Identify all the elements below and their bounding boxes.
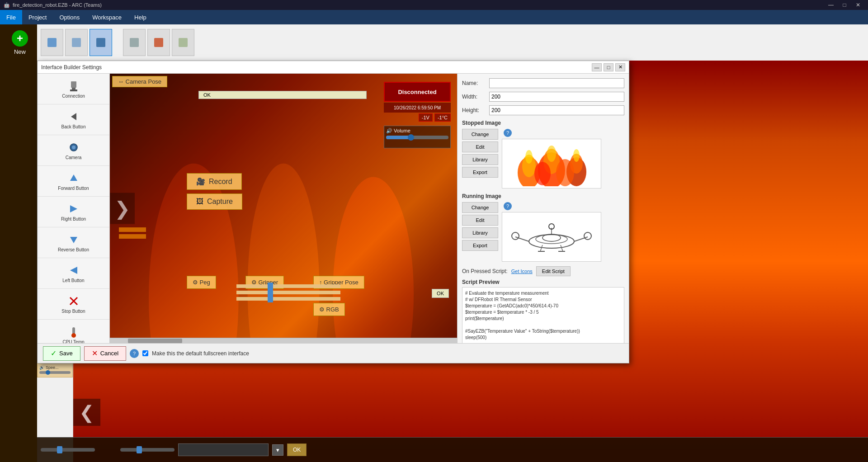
- canvas-area[interactable]: ↔ Camera Pose OK Disconnected 10/26/2022…: [110, 74, 457, 343]
- dialog-title: Interface Builder Settings: [41, 64, 102, 71]
- stopped-image-label: Stopped Image: [462, 120, 624, 126]
- canvas-nav-arrow[interactable]: ❯: [110, 193, 135, 224]
- name-input[interactable]: [489, 78, 624, 88]
- capture-button[interactable]: 🖼 Capture: [187, 193, 242, 210]
- panel-reverse[interactable]: Reverse Button: [38, 227, 109, 258]
- canvas-ok2-button[interactable]: OK: [432, 289, 449, 298]
- default-fullscreen-checkbox[interactable]: [142, 350, 148, 356]
- gripper-slider-3[interactable]: [236, 297, 340, 301]
- panel-stop[interactable]: Stop Button: [38, 289, 109, 320]
- panel-connection[interactable]: Connection: [38, 74, 109, 104]
- toolbar-icon-3[interactable]: [90, 29, 112, 56]
- toolbar-icon-1[interactable]: [41, 29, 63, 56]
- bottom-slider-2[interactable]: [120, 448, 175, 452]
- cancel-x-icon: ✕: [92, 349, 98, 358]
- checkbox-row: ? Make this the default fullscreen inter…: [130, 349, 249, 358]
- panel-right-icon: [67, 203, 80, 215]
- dialog-title-controls: — □ ✕: [592, 63, 625, 71]
- scroll-thumb[interactable]: [128, 339, 182, 343]
- toolbar-icon-2[interactable]: [65, 29, 88, 56]
- peg-button[interactable]: ⚙ Peg: [187, 276, 216, 289]
- panel-camera[interactable]: Camera: [38, 135, 109, 166]
- running-library-btn[interactable]: Library: [462, 227, 498, 238]
- new-button[interactable]: + New: [5, 24, 35, 61]
- stopped-image-buttons: Change Edit Library Export: [462, 129, 498, 189]
- app-icon: 🤖: [4, 2, 10, 8]
- gripper-slider-1[interactable]: [236, 284, 340, 288]
- maximize-button[interactable]: □: [838, 1, 851, 9]
- stopped-export-btn[interactable]: Export: [462, 167, 498, 178]
- record-button[interactable]: 🎥 Record: [187, 173, 242, 190]
- bottom-text-input[interactable]: [178, 443, 269, 456]
- title-bar: 🤖 fire_detection_robot.EZB - ARC (Teams)…: [0, 0, 868, 10]
- stopped-library-btn[interactable]: Library: [462, 154, 498, 165]
- volume-thumb[interactable]: [408, 134, 414, 141]
- panel-back[interactable]: Back Button: [38, 104, 109, 135]
- get-icons-link[interactable]: Get Icons: [511, 269, 533, 274]
- camera-pose-button[interactable]: ↔ Camera Pose: [112, 76, 167, 87]
- stopped-edit-btn[interactable]: Edit: [462, 141, 498, 152]
- dialog-close-btn[interactable]: ✕: [615, 63, 625, 71]
- datetime-value: 10/26/2022 6:59:50 PM: [394, 105, 441, 110]
- running-info-icon[interactable]: ?: [504, 202, 512, 210]
- svg-point-50: [536, 235, 567, 244]
- gripper-sliders: [236, 284, 340, 303]
- info-circle-icon[interactable]: ?: [130, 349, 139, 358]
- svg-rect-21: [72, 88, 75, 90]
- height-input[interactable]: [489, 105, 624, 115]
- toolbar-icon-4[interactable]: [123, 29, 146, 56]
- name-row: Name:: [462, 78, 624, 88]
- edit-script-button[interactable]: Edit Script: [536, 266, 571, 276]
- bottom-thumb-2[interactable]: [137, 446, 142, 453]
- bottom-ok-button[interactable]: OK: [287, 443, 307, 456]
- panel-forward[interactable]: Forward Button: [38, 166, 109, 197]
- svg-rect-3: [130, 38, 139, 47]
- menu-workspace[interactable]: Workspace: [86, 10, 128, 24]
- canvas-left-arrow-icon: ❯: [114, 198, 130, 219]
- toolbar-icon-5[interactable]: [147, 29, 170, 56]
- width-input[interactable]: [489, 92, 624, 102]
- dialog-maximize-btn[interactable]: □: [604, 63, 613, 71]
- bottom-slider-1[interactable]: [41, 448, 95, 452]
- svg-point-55: [542, 234, 561, 241]
- toolbar-icon-6[interactable]: [172, 29, 194, 56]
- bottom-thumb-1[interactable]: [57, 446, 62, 453]
- nav-arrow-left[interactable]: ❮: [73, 399, 100, 426]
- menu-options[interactable]: Options: [53, 10, 86, 24]
- menu-file[interactable]: File: [0, 10, 22, 24]
- stopped-change-btn[interactable]: Change: [462, 129, 498, 140]
- volume-label: 🔊 Volume: [386, 128, 448, 134]
- bottom-slider-container-2: [120, 448, 175, 452]
- panel-left[interactable]: Left Button: [38, 258, 109, 289]
- menu-project[interactable]: Project: [22, 10, 53, 24]
- canvas-ok-button[interactable]: OK: [198, 91, 367, 99]
- save-button[interactable]: ✓ Save: [43, 346, 80, 361]
- canvas-scrollbar[interactable]: [110, 338, 457, 343]
- dialog-title-bar: Interface Builder Settings — □ ✕: [38, 61, 629, 74]
- close-button[interactable]: ✕: [852, 1, 864, 9]
- gripper-slider-2[interactable]: [236, 291, 340, 294]
- running-image-buttons: Change Edit Library Export: [462, 202, 498, 262]
- svg-point-54: [584, 232, 591, 240]
- volume-slider[interactable]: [386, 136, 448, 139]
- running-change-btn[interactable]: Change: [462, 202, 498, 213]
- minimize-button[interactable]: —: [825, 1, 837, 9]
- toolbar: [37, 24, 868, 61]
- bottom-dropdown-btn[interactable]: ▾: [272, 444, 283, 456]
- stopped-info-icon[interactable]: ?: [504, 129, 512, 137]
- volume-control[interactable]: 🔊 Volume: [384, 126, 451, 148]
- panel-cpu-temp[interactable]: CPU Temp: [38, 320, 109, 343]
- dialog-minimize-btn[interactable]: —: [592, 63, 602, 71]
- orange-bar2: [119, 234, 146, 239]
- script-preview-box: # Evaluate the temperature measurement #…: [462, 287, 624, 343]
- orange-bar: [119, 227, 146, 232]
- svg-point-25: [72, 146, 75, 149]
- cancel-button[interactable]: ✕ Cancel: [84, 346, 126, 361]
- menu-help[interactable]: Help: [128, 10, 153, 24]
- running-export-btn[interactable]: Export: [462, 240, 498, 251]
- rgb-button[interactable]: ⚙ RGB: [313, 303, 345, 316]
- panel-right[interactable]: Right Button: [38, 197, 109, 227]
- svg-marker-26: [70, 174, 77, 181]
- running-edit-btn[interactable]: Edit: [462, 215, 498, 226]
- gripper-thumb-3[interactable]: [268, 295, 273, 302]
